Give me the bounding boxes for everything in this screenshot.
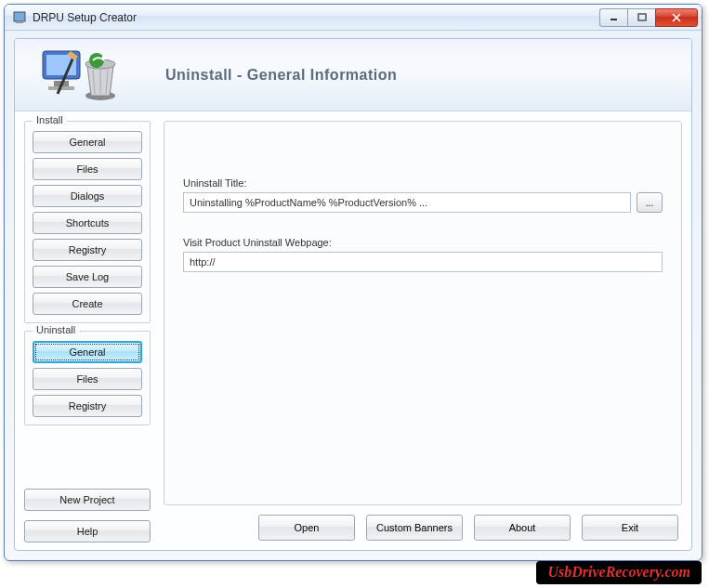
bottom-bar: Open Custom Banners About Exit <box>164 505 682 542</box>
titlebar: DRPU Setup Creator <box>5 5 702 31</box>
about-button[interactable]: About <box>474 515 571 541</box>
uninstall-group: Uninstall General Files Registry <box>24 331 151 425</box>
uninstall-group-label: Uninstall <box>33 324 79 335</box>
maximize-button[interactable] <box>627 8 655 27</box>
content-frame: Uninstall - General Information Install … <box>14 38 692 551</box>
header-strip: Uninstall - General Information <box>15 39 691 111</box>
sidebar-install-registry[interactable]: Registry <box>33 239 142 261</box>
custom-banners-button[interactable]: Custom Banners <box>366 515 463 541</box>
svg-rect-0 <box>14 12 25 21</box>
body-area: Install General Files Dialogs Shortcuts … <box>15 111 691 550</box>
header-icons <box>37 47 121 103</box>
sidebar-install-create[interactable]: Create <box>33 293 142 315</box>
sidebar-install-general[interactable]: General <box>33 131 142 153</box>
sidebar-install-savelog[interactable]: Save Log <box>33 266 142 288</box>
window-controls <box>599 8 698 27</box>
sidebar-install-files[interactable]: Files <box>33 158 142 180</box>
main-panel: Uninstall Title: ... Visit Product Unins… <box>164 121 682 542</box>
sidebar-uninstall-files[interactable]: Files <box>33 368 142 390</box>
page-title: Uninstall - General Information <box>165 67 397 84</box>
minimize-button[interactable] <box>599 8 627 27</box>
new-project-button[interactable]: New Project <box>24 489 151 511</box>
uninstall-title-input[interactable] <box>183 192 631 213</box>
help-button[interactable]: Help <box>24 520 151 542</box>
browse-button[interactable]: ... <box>637 192 663 213</box>
sidebar-install-dialogs[interactable]: Dialogs <box>33 185 142 207</box>
app-window: DRPU Setup Creator <box>4 4 702 561</box>
svg-rect-3 <box>638 14 646 20</box>
close-button[interactable] <box>655 8 698 27</box>
sidebar-uninstall-general[interactable]: General <box>33 341 142 363</box>
window-title: DRPU Setup Creator <box>33 11 599 24</box>
sidebar-uninstall-registry[interactable]: Registry <box>33 395 142 417</box>
watermark: UsbDriveRecovery.com <box>536 561 702 584</box>
open-button[interactable]: Open <box>258 515 355 541</box>
svg-rect-1 <box>16 21 23 23</box>
webpage-row: Visit Product Uninstall Webpage: <box>183 237 663 272</box>
webpage-input[interactable] <box>183 252 663 272</box>
uninstall-title-row: Uninstall Title: ... <box>183 177 663 213</box>
sidebar-install-shortcuts[interactable]: Shortcuts <box>33 212 142 234</box>
install-group: Install General Files Dialogs Shortcuts … <box>24 121 151 323</box>
exit-button[interactable]: Exit <box>582 515 678 541</box>
sidebar: Install General Files Dialogs Shortcuts … <box>24 121 151 542</box>
install-group-label: Install <box>33 114 67 125</box>
sidebar-bottom: New Project Help <box>24 489 151 542</box>
svg-point-17 <box>89 53 104 68</box>
webpage-label: Visit Product Uninstall Webpage: <box>183 237 663 248</box>
app-icon <box>12 10 27 25</box>
uninstall-title-label: Uninstall Title: <box>183 177 663 189</box>
main-box: Uninstall Title: ... Visit Product Unins… <box>164 121 682 505</box>
